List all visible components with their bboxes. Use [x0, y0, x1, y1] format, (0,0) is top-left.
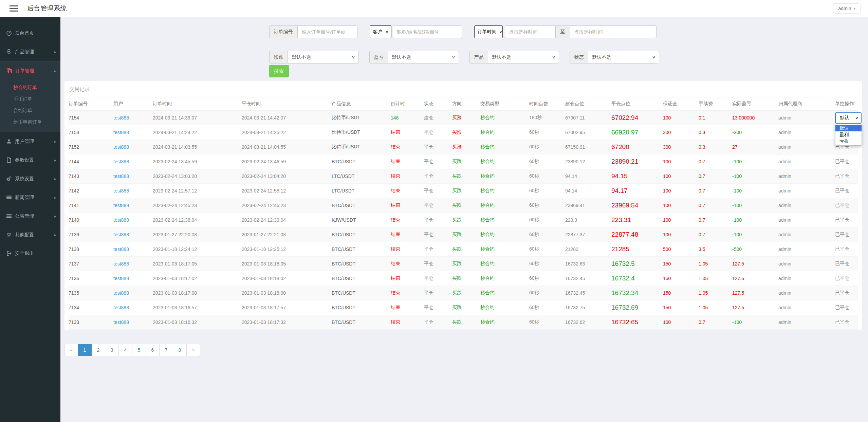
- fee-cell: 0.7: [699, 319, 705, 325]
- order_id-cell: 7137: [69, 261, 79, 267]
- main-content: 订单编号 客户 ∨ 订单时间 ∨ 至 涨: [60, 17, 868, 422]
- search-filter-form: 订单编号 客户 ∨ 订单时间 ∨ 至 涨: [269, 25, 660, 77]
- pagination-next[interactable]: »: [187, 344, 200, 356]
- admin-user-menu[interactable]: admin ▾: [833, 3, 861, 14]
- open_price-cell: 223.3: [565, 217, 577, 223]
- close_price-cell: 16732.5: [611, 260, 635, 267]
- profit-select[interactable]: 默认不选 ∨: [388, 51, 459, 63]
- status-cell: 平仓: [424, 129, 433, 135]
- control-select[interactable]: 默认∨: [835, 112, 862, 124]
- submenu-item-spot-orders[interactable]: 币币订单: [0, 93, 60, 105]
- order_id-cell: 7138: [69, 246, 79, 252]
- user-link[interactable]: test888: [113, 276, 129, 281]
- period-cell: 60秒: [529, 305, 539, 310]
- close_price-cell: 22877.48: [611, 231, 638, 238]
- pagination-page-8[interactable]: 8: [173, 344, 187, 356]
- user-link[interactable]: test888: [113, 261, 129, 267]
- trade_type-cell: 秒合约: [480, 290, 495, 295]
- pagination-page-5[interactable]: 5: [132, 344, 146, 356]
- direction-cell: 买跌: [452, 232, 462, 237]
- control-dropdown-option[interactable]: 亏损: [835, 138, 862, 144]
- status-select[interactable]: 默认不选 ∨: [588, 51, 659, 63]
- fee-cell: 1.05: [699, 276, 708, 281]
- pagination-prev[interactable]: «: [64, 344, 78, 356]
- direction-cell: 买涨: [452, 115, 462, 120]
- sidebar-item-system-settings[interactable]: 系统设置 ▸: [0, 169, 60, 188]
- close_time-cell: 2023-01-18 12:25:12: [242, 246, 286, 252]
- user-link[interactable]: test888: [113, 144, 129, 150]
- trade_type-cell: 秒合约: [480, 144, 495, 149]
- period-cell: 60秒: [529, 144, 539, 149]
- product-select[interactable]: 默认不选 ∨: [488, 51, 559, 63]
- close_time-cell: 2023-01-03 18:17:57: [242, 305, 286, 310]
- pagination-page-3[interactable]: 3: [105, 344, 119, 356]
- sidebar-item-announcements[interactable]: 公告管理 ▸: [0, 207, 60, 225]
- status-cell: 平仓: [424, 217, 433, 222]
- closed-status-text: 已平仓: [835, 159, 849, 164]
- user-link[interactable]: test888: [113, 217, 129, 223]
- sidebar-item-logout[interactable]: 安全退出: [0, 244, 60, 263]
- chevron-right-icon: ▸: [54, 139, 56, 144]
- user-link[interactable]: test888: [113, 173, 129, 179]
- updown-select[interactable]: 默认不选 ∨: [288, 51, 359, 63]
- pagination-page-4[interactable]: 4: [119, 344, 132, 356]
- sidebar-item-label: 其他配置: [15, 232, 54, 238]
- user-link[interactable]: test888: [113, 290, 129, 296]
- closed-status-text: 已平仓: [835, 232, 849, 237]
- sidebar-item-parameters[interactable]: 参数设置 ▸: [0, 151, 60, 169]
- order_time-cell: 2024-03-21 14:39:07: [153, 115, 197, 121]
- close_time-cell: 2023-02-24 12:58:12: [242, 188, 286, 194]
- fee-cell: 0.7: [699, 203, 705, 208]
- sidebar-item-dashboard[interactable]: 后台首页: [0, 24, 60, 42]
- sidebar-item-orders[interactable]: 订单管理 ▸: [0, 61, 60, 80]
- sidebar-item-news[interactable]: 新闻管理 ▸: [0, 188, 60, 207]
- pagination-page-7[interactable]: 7: [160, 344, 173, 356]
- open_price-cell: 16732.62: [565, 319, 585, 325]
- countdown-cell: 结束: [391, 188, 400, 193]
- sidebar-item-other-config[interactable]: 其他配置 ▸: [0, 225, 60, 244]
- sidebar-item-users[interactable]: 用户管理 ▸: [0, 132, 60, 151]
- user-link[interactable]: test888: [113, 232, 129, 237]
- order_id-cell: 7135: [69, 290, 79, 296]
- trade-records-card: 交易记录 订单编号用户订单时间平仓时间产品信息倒计时状态方向交易类型时间点数建仓…: [64, 81, 862, 330]
- countdown-cell: 结束: [391, 290, 400, 295]
- user-link[interactable]: test888: [113, 130, 129, 135]
- sidebar-item-products[interactable]: 产品管理 ▸: [0, 42, 60, 61]
- order_time-cell: 2023-02-24 13:45:59: [153, 159, 197, 164]
- to-label: 至: [556, 25, 570, 38]
- user-link[interactable]: test888: [113, 203, 129, 208]
- pagination-page-1[interactable]: 1: [78, 344, 92, 356]
- sidebar-item-label: 订单管理: [15, 68, 54, 74]
- order-no-input[interactable]: [297, 25, 357, 38]
- profit-cell: -100: [732, 173, 742, 179]
- gear-icon: [6, 232, 12, 238]
- end-time-input[interactable]: [570, 25, 657, 38]
- close_time-cell: 2024-03-21 14:42:07: [242, 115, 286, 121]
- countdown-cell: 结束: [391, 275, 400, 281]
- control-dropdown-option[interactable]: 默认: [835, 125, 862, 131]
- pagination-page-6[interactable]: 6: [146, 344, 160, 356]
- search-button[interactable]: 搜索: [269, 65, 289, 77]
- control-dropdown-option[interactable]: 盈利: [835, 131, 862, 138]
- submenu-item-contract-orders[interactable]: 合约订单: [0, 105, 60, 116]
- user-link[interactable]: test888: [113, 319, 129, 325]
- customer-type-select[interactable]: 客户 ∨: [370, 25, 391, 38]
- column-header-5: 倒计时: [391, 97, 424, 111]
- time-type-select[interactable]: 订单时间 ∨: [474, 25, 503, 38]
- user-link[interactable]: test888: [113, 188, 129, 194]
- pagination-page-2[interactable]: 2: [92, 344, 105, 356]
- table-row: 7143test8882023-02-24 13:03:202023-02-24…: [69, 169, 858, 184]
- user-link[interactable]: test888: [113, 305, 129, 310]
- user-link[interactable]: test888: [113, 115, 129, 121]
- table-row: 7152test8882024-03-21 14:03:552024-03-21…: [69, 140, 858, 154]
- user-link[interactable]: test888: [113, 246, 129, 252]
- table-row: 7153test8882024-03-21 14:24:222024-03-21…: [69, 125, 858, 140]
- product-cell: 比特币/USDT: [332, 115, 360, 120]
- customer-keyword-input[interactable]: [393, 25, 462, 38]
- submenu-item-new-coin-orders[interactable]: 新币申购订单: [0, 116, 60, 128]
- order_time-cell: 2023-01-03 18:17:00: [153, 290, 197, 296]
- start-time-input[interactable]: [505, 25, 556, 38]
- hamburger-menu-icon[interactable]: [10, 4, 18, 13]
- user-link[interactable]: test888: [113, 159, 129, 164]
- submenu-item-second-contract-orders[interactable]: 秒合约订单: [0, 81, 60, 93]
